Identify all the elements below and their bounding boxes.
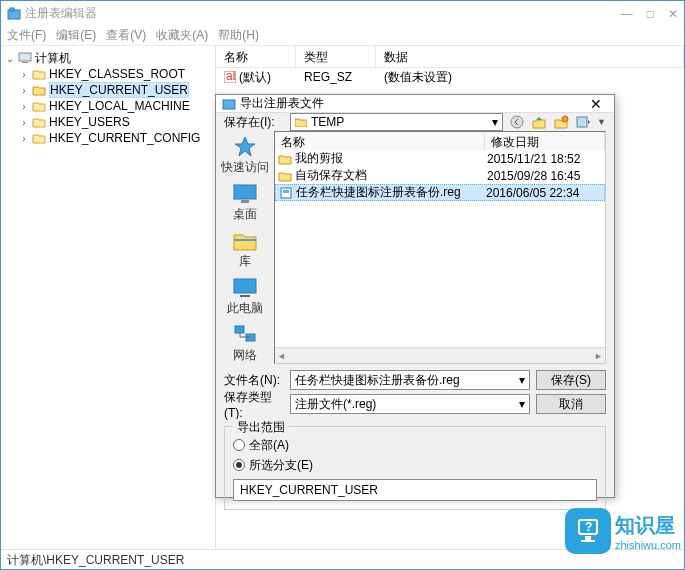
folder-icon <box>32 132 46 144</box>
svg-rect-18 <box>283 190 289 193</box>
place-libraries[interactable]: 库 <box>231 229 259 270</box>
svg-point-8 <box>562 116 568 122</box>
menu-help[interactable]: 帮助(H) <box>218 27 259 44</box>
scope-legend: 导出范围 <box>233 419 289 436</box>
window-title: 注册表编辑器 <box>25 5 621 22</box>
value-row[interactable]: ab(默认) REG_SZ (数值未设置) <box>216 68 684 86</box>
file-row[interactable]: 我的剪报2015/11/21 18:52 <box>275 150 605 167</box>
expand-icon[interactable]: › <box>19 69 29 80</box>
folder-icon <box>32 116 46 128</box>
svg-text:?: ? <box>585 520 592 534</box>
title-bar: 注册表编辑器 — □ ✕ <box>1 1 684 26</box>
expand-icon[interactable]: › <box>19 101 29 112</box>
tree-node[interactable]: ›HKEY_CLASSES_ROOT <box>5 66 211 82</box>
savein-dropdown[interactable]: TEMP ▾ <box>290 113 503 131</box>
folder-icon <box>295 117 307 127</box>
chevron-down-icon[interactable]: ▾ <box>519 373 525 387</box>
svg-point-7 <box>511 116 523 128</box>
svg-rect-10 <box>234 185 256 199</box>
file-row-selected[interactable]: 任务栏快捷图标注册表备份.reg2016/06/05 22:34 <box>275 184 605 201</box>
maximize-button[interactable]: □ <box>647 7 654 21</box>
savein-label: 保存在(I): <box>224 114 284 131</box>
dialog-toolbar: 保存在(I): TEMP ▾ ▼ <box>216 113 614 131</box>
menu-edit[interactable]: 编辑(E) <box>56 27 96 44</box>
minimize-button[interactable]: — <box>621 7 633 21</box>
expand-icon[interactable]: › <box>19 117 29 128</box>
radio-icon <box>233 439 245 451</box>
svg-rect-6 <box>223 100 235 109</box>
file-list: 名称 修改日期 我的剪报2015/11/21 18:52 自动保存文档2015/… <box>274 131 606 364</box>
tree-node[interactable]: ›HKEY_LOCAL_MACHINE <box>5 98 211 114</box>
place-quick-access[interactable]: 快速访问 <box>221 135 269 176</box>
tree-node[interactable]: ›HKEY_CURRENT_CONFIG <box>5 130 211 146</box>
svg-rect-15 <box>235 326 244 333</box>
menu-bar: 文件(F) 编辑(E) 查看(V) 收藏夹(A) 帮助(H) <box>1 26 684 46</box>
svg-rect-13 <box>234 279 256 293</box>
col-data[interactable]: 数据 <box>376 46 684 67</box>
file-row[interactable]: 自动保存文档2015/09/28 16:45 <box>275 167 605 184</box>
export-dialog: 导出注册表文件 ✕ 保存在(I): TEMP ▾ ▼ 快速访问 桌面 库 此电脑… <box>215 94 615 498</box>
regedit-icon <box>222 97 236 111</box>
watermark-icon: ? <box>565 508 611 554</box>
cancel-button[interactable]: 取消 <box>536 394 606 414</box>
horizontal-scrollbar[interactable]: ◄► <box>275 347 605 363</box>
regedit-icon <box>7 7 21 21</box>
col-name[interactable]: 名称 <box>216 46 296 67</box>
svg-rect-1 <box>10 8 14 11</box>
chevron-down-icon[interactable]: ▾ <box>519 397 525 411</box>
expand-icon[interactable]: ⌄ <box>5 53 15 64</box>
menu-file[interactable]: 文件(F) <box>7 27 46 44</box>
col-type[interactable]: 类型 <box>296 46 376 67</box>
filename-label: 文件名(N): <box>224 372 284 389</box>
svg-rect-11 <box>241 200 249 203</box>
view-menu-icon[interactable] <box>575 114 591 130</box>
tree-root-label: 计算机 <box>35 50 71 67</box>
value-list-header: 名称 类型 数据 <box>216 46 684 68</box>
svg-text:ab: ab <box>226 71 236 83</box>
radio-all[interactable]: 全部(A) <box>233 435 597 455</box>
place-network[interactable]: 网络 <box>231 323 259 364</box>
filelist-col-name[interactable]: 名称 <box>275 132 485 150</box>
expand-icon[interactable]: › <box>19 133 29 144</box>
dialog-title-bar: 导出注册表文件 ✕ <box>216 95 614 113</box>
chevron-down-icon: ▾ <box>492 115 498 129</box>
svg-rect-14 <box>240 295 250 297</box>
svg-rect-20 <box>585 536 591 540</box>
places-bar: 快速访问 桌面 库 此电脑 网络 <box>216 131 274 364</box>
menu-favorites[interactable]: 收藏夹(A) <box>156 27 208 44</box>
new-folder-icon[interactable] <box>553 114 569 130</box>
close-button[interactable]: ✕ <box>668 7 678 21</box>
folder-icon <box>278 170 292 182</box>
radio-selected-branch[interactable]: 所选分支(E) <box>233 455 597 475</box>
svg-rect-2 <box>19 53 31 61</box>
tree-node[interactable]: ›HKEY_USERS <box>5 114 211 130</box>
tree-root[interactable]: ⌄ 计算机 <box>5 50 211 66</box>
reg-file-icon <box>279 187 293 199</box>
watermark-sub: zhishiwu.com <box>615 539 681 551</box>
svg-rect-3 <box>22 62 28 63</box>
menu-view[interactable]: 查看(V) <box>106 27 146 44</box>
dialog-fields: 文件名(N): 任务栏快捷图标注册表备份.reg▾ 保存(S) 保存类型(T):… <box>216 364 614 420</box>
save-button[interactable]: 保存(S) <box>536 370 606 390</box>
place-desktop[interactable]: 桌面 <box>231 182 259 223</box>
filename-input[interactable]: 任务栏快捷图标注册表备份.reg▾ <box>290 370 530 390</box>
filetype-dropdown[interactable]: 注册文件(*.reg)▾ <box>290 394 530 414</box>
back-icon[interactable] <box>509 114 525 130</box>
string-icon: ab <box>224 71 236 83</box>
file-list-empty[interactable] <box>275 201 605 347</box>
svg-rect-12 <box>234 239 256 241</box>
radio-selected-icon <box>233 459 245 471</box>
tree-node-selected[interactable]: ›HKEY_CURRENT_USER <box>5 82 211 98</box>
chevron-down-icon[interactable]: ▼ <box>597 117 606 127</box>
up-icon[interactable] <box>531 114 547 130</box>
libraries-icon <box>231 229 259 253</box>
folder-icon <box>278 153 292 165</box>
svg-rect-21 <box>581 540 595 542</box>
expand-icon[interactable]: › <box>19 85 29 96</box>
export-scope-group: 导出范围 全部(A) 所选分支(E) HKEY_CURRENT_USER <box>224 426 606 510</box>
branch-input[interactable]: HKEY_CURRENT_USER <box>233 479 597 501</box>
place-this-pc[interactable]: 此电脑 <box>227 276 263 317</box>
filelist-col-date[interactable]: 修改日期 <box>485 132 605 150</box>
dialog-close-button[interactable]: ✕ <box>584 96 608 112</box>
folder-open-icon <box>32 84 46 96</box>
